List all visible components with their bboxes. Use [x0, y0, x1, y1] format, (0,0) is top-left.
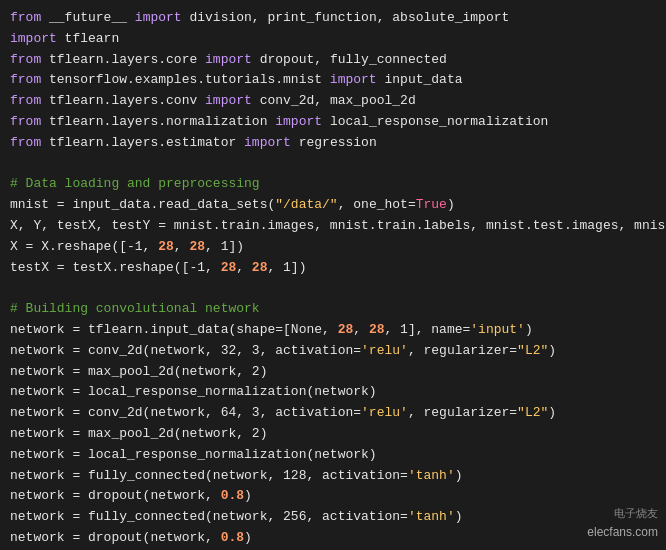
- code-line: network = conv_2d(network, 64, 3, activa…: [10, 403, 656, 424]
- code-token: network = tflearn.input_data(shape=[None…: [10, 322, 338, 337]
- code-token: dropout, fully_connected: [260, 52, 447, 67]
- code-token: , regularizer=: [408, 343, 517, 358]
- code-line: network = local_response_normalization(n…: [10, 382, 656, 403]
- code-token: ): [455, 509, 463, 524]
- code-token: network = max_pool_2d(network, 2): [10, 426, 267, 441]
- code-token: network = dropout(network,: [10, 488, 221, 503]
- code-token: 'input': [470, 322, 525, 337]
- code-line: [10, 278, 656, 299]
- code-token: testX = testX.reshape([-1,: [10, 260, 221, 275]
- code-token: ): [548, 343, 556, 358]
- code-line: from tflearn.layers.normalization import…: [10, 112, 656, 133]
- code-line: # Data loading and preprocessing: [10, 174, 656, 195]
- code-token: 28: [369, 322, 385, 337]
- code-token: 28: [158, 239, 174, 254]
- code-line: from __future__ import division, print_f…: [10, 8, 656, 29]
- code-token: "L2": [517, 405, 548, 420]
- code-token: network = conv_2d(network, 32, 3, activa…: [10, 343, 361, 358]
- code-token: X, Y, testX, testY = mnist.train.images,…: [10, 218, 666, 233]
- watermark-line1: 电子烧友: [587, 505, 658, 523]
- code-token: network = local_response_normalization(n…: [10, 384, 377, 399]
- code-token: from: [10, 135, 49, 150]
- code-line: from tensorflow.examples.tutorials.mnist…: [10, 70, 656, 91]
- code-token: 0.8: [221, 488, 244, 503]
- code-token: local_response_normalization: [330, 114, 548, 129]
- code-token: network = local_response_normalization(n…: [10, 447, 377, 462]
- code-token: ): [525, 322, 533, 337]
- code-token: , one_hot=: [338, 197, 416, 212]
- code-token: import: [10, 31, 65, 46]
- code-token: network = fully_connected(network, 256, …: [10, 509, 408, 524]
- code-token: from: [10, 52, 49, 67]
- code-line: network = conv_2d(network, 32, 3, activa…: [10, 341, 656, 362]
- code-token: regression: [299, 135, 377, 150]
- code-line: mnist = input_data.read_data_sets("/data…: [10, 195, 656, 216]
- code-line: network = dropout(network, 0.8): [10, 486, 656, 507]
- code-token: import: [197, 93, 259, 108]
- code-token: import: [267, 114, 329, 129]
- code-editor: from __future__ import division, print_f…: [0, 0, 666, 550]
- code-token: ,: [353, 322, 369, 337]
- code-token: 'relu': [361, 405, 408, 420]
- code-token: from: [10, 10, 49, 25]
- code-line: [10, 154, 656, 175]
- code-token: 0.8: [221, 530, 244, 545]
- code-token: network = conv_2d(network, 64, 3, activa…: [10, 405, 361, 420]
- code-token: import: [197, 52, 259, 67]
- code-token: ,: [236, 260, 252, 275]
- code-token: mnist = input_data.read_data_sets(: [10, 197, 275, 212]
- code-token: __future__: [49, 10, 127, 25]
- code-token: ): [447, 197, 455, 212]
- code-line: network = local_response_normalization(n…: [10, 445, 656, 466]
- code-token: tensorflow.examples.tutorials.mnist: [49, 72, 322, 87]
- code-token: 'relu': [361, 343, 408, 358]
- code-token: ,: [174, 239, 190, 254]
- code-token: tflearn.layers.normalization: [49, 114, 267, 129]
- code-line: # Building convolutional network: [10, 299, 656, 320]
- code-line: network = tflearn.input_data(shape=[None…: [10, 320, 656, 341]
- code-token: , 1]): [267, 260, 306, 275]
- code-token: ): [548, 405, 556, 420]
- code-line: import tflearn: [10, 29, 656, 50]
- code-token: ): [244, 530, 252, 545]
- code-token: network = fully_connected(network, 128, …: [10, 468, 408, 483]
- code-token: conv_2d, max_pool_2d: [260, 93, 416, 108]
- code-token: # Building convolutional network: [10, 301, 260, 316]
- code-token: tflearn.layers.core: [49, 52, 197, 67]
- code-token: 28: [221, 260, 237, 275]
- code-token: True: [416, 197, 447, 212]
- code-token: # Data loading and preprocessing: [10, 176, 260, 191]
- code-token: 'tanh': [408, 509, 455, 524]
- code-token: tflearn: [65, 31, 120, 46]
- code-token: division, print_function, absolute_impor…: [189, 10, 509, 25]
- code-token: import: [236, 135, 298, 150]
- code-token: network = max_pool_2d(network, 2): [10, 364, 267, 379]
- code-token: from: [10, 93, 49, 108]
- code-line: network = fully_connected(network, 128, …: [10, 466, 656, 487]
- code-token: import: [322, 72, 384, 87]
- code-token: X = X.reshape([-1,: [10, 239, 158, 254]
- code-line: network = dropout(network, 0.8): [10, 528, 656, 549]
- watermark: 电子烧友 elecfans.com: [587, 505, 658, 542]
- code-line: from tflearn.layers.estimator import reg…: [10, 133, 656, 154]
- code-token: , regularizer=: [408, 405, 517, 420]
- code-line: network = max_pool_2d(network, 2): [10, 424, 656, 445]
- code-token: tflearn.layers.conv: [49, 93, 197, 108]
- code-line: from tflearn.layers.core import dropout,…: [10, 50, 656, 71]
- code-token: 28: [189, 239, 205, 254]
- code-token: 28: [338, 322, 354, 337]
- code-token: import: [127, 10, 189, 25]
- code-token: , 1], name=: [384, 322, 470, 337]
- code-line: X = X.reshape([-1, 28, 28, 1]): [10, 237, 656, 258]
- code-token: network = dropout(network,: [10, 530, 221, 545]
- code-token: 'tanh': [408, 468, 455, 483]
- code-line: network = fully_connected(network, 256, …: [10, 507, 656, 528]
- code-token: "L2": [517, 343, 548, 358]
- code-line: network = max_pool_2d(network, 2): [10, 362, 656, 383]
- code-token: input_data: [384, 72, 462, 87]
- code-line: X, Y, testX, testY = mnist.train.images,…: [10, 216, 656, 237]
- code-token: from: [10, 72, 49, 87]
- code-token: tflearn.layers.estimator: [49, 135, 236, 150]
- code-line: testX = testX.reshape([-1, 28, 28, 1]): [10, 258, 656, 279]
- code-token: , 1]): [205, 239, 244, 254]
